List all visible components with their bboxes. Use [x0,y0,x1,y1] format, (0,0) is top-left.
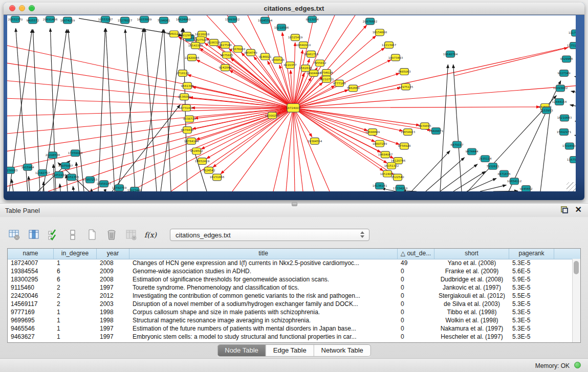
clear-selection-button[interactable] [66,228,80,242]
show-columns-button[interactable] [27,228,41,242]
svg-text:9242848: 9242848 [219,66,232,69]
svg-text:10654112: 10654112 [507,180,521,183]
svg-text:9827548: 9827548 [219,43,232,47]
table-row[interactable]: 911546021997Tourette syndrome. Phenomeno… [8,283,573,292]
svg-text:3915964: 3915964 [21,166,34,169]
svg-text:19904448: 19904448 [307,72,321,75]
svg-text:9245652: 9245652 [520,187,533,190]
table-cell: 9777169 [8,308,54,316]
fx-label: f(x) [144,231,157,239]
svg-text:12444154: 12444154 [552,100,567,103]
column-header-title[interactable]: title [129,249,398,259]
svg-text:9875685: 9875685 [221,54,233,57]
svg-text:19654923: 19654923 [401,130,416,134]
table-row[interactable]: 1938455462009Genome-wide association stu… [8,267,573,275]
delete-column-button[interactable] [124,228,138,242]
scrollbar-thumb[interactable] [574,261,579,274]
function-builder-button[interactable]: f(x) [143,228,158,242]
svg-text:9536098: 9536098 [178,95,191,98]
delete-table-button[interactable] [104,228,119,242]
table-cell: 9465546 [8,324,54,333]
column-header-year[interactable]: year [97,249,129,259]
svg-text:1562615: 1562615 [299,67,312,70]
table-cell: 5.3E-5 [509,259,554,267]
select-all-rows-button[interactable] [46,228,60,242]
table-row[interactable]: 1872400712008Changes of HCN gene express… [8,259,573,267]
table-cell: 1 [54,324,97,333]
table-cell: Yano et al. (2008) [434,259,509,267]
column-header-short[interactable]: short [434,249,509,259]
table-row[interactable]: 1830029562008Estimation of significance … [8,275,573,283]
svg-text:15993852: 15993852 [225,18,239,21]
table-row[interactable]: 946362711997Embryonic stem cells: a mode… [8,333,573,341]
svg-text:12213967: 12213967 [382,43,397,47]
svg-text:9474444: 9474444 [466,150,478,153]
svg-text:18300295: 18300295 [265,114,280,117]
svg-text:17016504: 17016504 [562,145,576,148]
svg-text:14524851: 14524851 [380,172,395,176]
tab-network-table[interactable]: Network Table [314,345,371,356]
tab-node-table[interactable]: Node Table [217,345,266,356]
table-toolbar: f(x) citations_edges.txt [7,227,369,243]
svg-text:22420046: 22420046 [185,56,200,59]
svg-text:9827508: 9827508 [194,38,207,41]
tab-edge-table[interactable]: Edge Table [266,345,314,356]
table-cell: 0 [398,292,434,300]
svg-text:19218596: 19218596 [274,26,289,29]
network-canvas[interactable]: 2055137094055722069140616874259105532871… [7,15,576,191]
table-cell: Jankovic et al. (1997) [434,283,509,292]
float-panel-icon[interactable] [561,206,568,213]
svg-text:2718120: 2718120 [177,72,189,75]
svg-text:16151866: 16151866 [210,176,225,179]
close-panel-icon[interactable]: ✕ [575,206,582,213]
svg-text:8454749: 8454749 [245,51,257,54]
svg-text:7194061: 7194061 [158,19,170,22]
svg-text:17957253: 17957253 [83,178,98,181]
table-cell: 5.3E-5 [509,333,554,341]
table-row[interactable]: 946554611997Estimation of the future num… [8,324,573,333]
svg-text:8471676: 8471676 [498,172,511,176]
svg-text:10688609: 10688609 [365,130,380,134]
svg-text:16120746: 16120746 [391,159,406,162]
table-cell: Disruption of a novel member of a sodium… [129,300,398,308]
svg-text:15051355: 15051355 [64,176,79,179]
svg-text:2522540: 2522540 [391,176,404,179]
svg-text:18640910: 18640910 [296,43,311,47]
panel-splitter-handle[interactable] [292,202,297,206]
table-cell: Changes of HCN gene expression and I(f) … [129,259,398,267]
window-titlebar[interactable]: citations_edges.txt [4,3,584,15]
table-row[interactable]: 1456911722003Disruption of a novel membe… [8,300,573,308]
memory-status-indicator[interactable] [574,362,581,368]
table-header-row: namein_degreeyeartitle△ out_de...shortpa… [8,249,580,259]
svg-text:11675318: 11675318 [567,158,576,161]
column-header-pagerank[interactable]: pagerank [509,249,554,259]
svg-text:16033809: 16033809 [137,18,152,21]
svg-text:16824960: 16824960 [176,18,191,21]
svg-text:12093832: 12093832 [553,87,568,90]
table-row[interactable]: 2242004622012Investigating the contribut… [8,292,573,300]
vertical-scrollbar[interactable] [572,259,580,342]
svg-text:20691406: 20691406 [43,18,58,21]
svg-text:9661386: 9661386 [181,84,194,87]
table-cell: 0 [398,275,434,283]
table-row[interactable]: 969969511998Structural magnetic resonanc… [8,316,573,324]
resize-grip-icon[interactable] [567,182,576,191]
table-selector-value: citations_edges.txt [176,231,231,239]
new-table-button[interactable] [85,228,99,242]
table-cell: 5.3E-5 [509,324,554,333]
column-header-name[interactable]: name [8,249,54,259]
table-cell: Wolkin et al. (1998) [434,316,509,324]
table-cell: 9115460 [8,283,54,292]
table-cell: 0 [398,316,434,324]
column-header-in_degree[interactable]: in_degree [54,249,97,259]
table-options-button[interactable] [7,228,21,242]
svg-text:12923448: 12923448 [127,189,142,191]
table-row[interactable]: 977716911998Corpus callosum shape and si… [8,308,573,316]
table-selector-dropdown[interactable]: citations_edges.txt [170,229,369,241]
table-cell: 22420046 [8,292,54,300]
svg-text:19384554: 19384554 [308,140,322,143]
svg-text:9777169: 9777169 [333,82,346,85]
svg-text:10973493: 10973493 [388,56,403,59]
table-cell: Investigating the contribution of common… [129,292,398,300]
column-header-out_de[interactable]: △ out_de... [398,249,434,259]
